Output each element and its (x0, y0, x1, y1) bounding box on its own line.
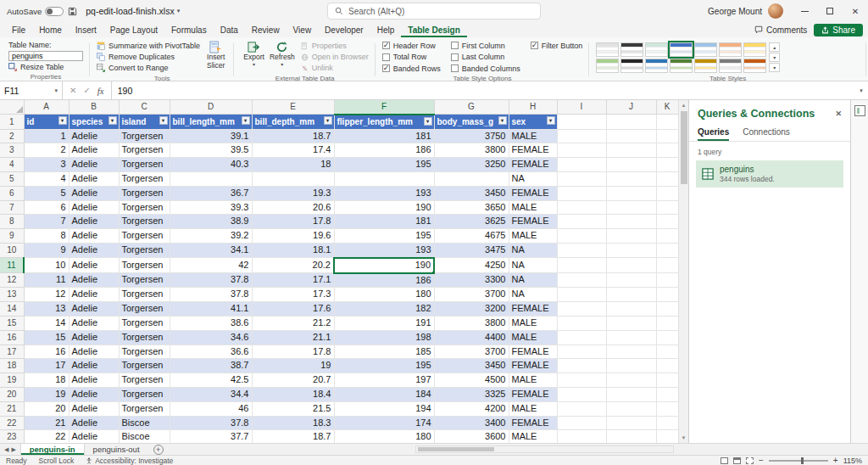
grid-cell[interactable]: Adelie (69, 387, 119, 401)
grid-cell[interactable] (557, 330, 606, 345)
refresh-button[interactable]: Refresh ▾ (270, 41, 295, 68)
checkbox-box[interactable] (451, 64, 459, 72)
grid-cell[interactable] (656, 302, 678, 317)
grid-cell[interactable]: Torgersen (119, 171, 170, 186)
grid-cell[interactable] (557, 316, 606, 330)
grid-cell[interactable]: 5 (24, 186, 69, 200)
sheet-tab-penguins-in[interactable]: penguins-in (20, 444, 85, 455)
grid-cell[interactable]: 3250 (434, 158, 509, 172)
ribbon-tab-help[interactable]: Help (370, 25, 402, 37)
insert-function-icon[interactable]: fx (97, 86, 104, 96)
row-header-2[interactable]: 2 (0, 129, 24, 143)
checkbox-header-row[interactable]: Header Row (382, 41, 441, 50)
grid-cell[interactable]: 174 (334, 416, 434, 430)
grid-cell[interactable]: Adelie (69, 215, 119, 229)
grid-cell[interactable]: MALE (509, 430, 557, 443)
grid-cell[interactable]: 37.8 (170, 288, 252, 302)
grid-cell[interactable] (656, 330, 678, 345)
grid-cell[interactable]: 180 (334, 288, 434, 302)
grid-cell[interactable]: 17 (24, 359, 69, 373)
grid-cell[interactable] (557, 359, 606, 373)
grid-cell[interactable]: Adelie (69, 330, 119, 345)
zoom-out-button[interactable]: − (759, 456, 764, 465)
grid-cell[interactable]: MALE (509, 401, 557, 416)
grid-cell[interactable]: Torgersen (119, 158, 170, 172)
grid-cell[interactable] (656, 215, 678, 229)
row-header-10[interactable]: 10 (0, 243, 24, 257)
grid-cell[interactable]: MALE (509, 129, 557, 143)
grid-cell[interactable] (656, 158, 678, 172)
minimize-button[interactable] (792, 0, 817, 22)
grid-cell[interactable] (606, 359, 656, 373)
table-style-thumbnail[interactable] (596, 42, 619, 57)
grid-cell[interactable]: Adelie (69, 430, 119, 443)
checkbox-first-column[interactable]: First Column (451, 41, 520, 50)
row-header-8[interactable]: 8 (0, 215, 24, 229)
grid-cell[interactable]: 3200 (434, 302, 509, 317)
grid-cell[interactable] (606, 143, 656, 158)
grid-cell[interactable]: 3450 (434, 186, 509, 200)
task-pane-icon[interactable] (854, 105, 865, 116)
ribbon-tab-view[interactable]: View (287, 25, 319, 37)
autosave-switch[interactable] (45, 7, 64, 16)
grid-cell[interactable]: 42 (170, 258, 252, 273)
grid-cell[interactable]: 3 (24, 158, 69, 172)
row-header-6[interactable]: 6 (0, 186, 24, 200)
table-style-thumbnail[interactable] (694, 42, 717, 57)
column-header-C[interactable]: C (119, 100, 170, 115)
grid-cell[interactable]: Torgersen (119, 401, 170, 416)
grid-cell[interactable] (606, 215, 656, 229)
grid-cell[interactable]: 41.1 (170, 302, 252, 317)
grid-cell[interactable] (656, 373, 678, 388)
search-input[interactable]: Search (Alt+Q) (327, 3, 541, 20)
grid-cell[interactable]: 22 (24, 430, 69, 443)
grid-cell[interactable]: FEMALE (509, 143, 557, 158)
grid-cell[interactable]: Torgersen (119, 215, 170, 229)
grid-cell[interactable] (656, 359, 678, 373)
grid-cell[interactable]: 197 (334, 373, 434, 388)
grid-cell[interactable]: MALE (509, 373, 557, 388)
grid-cell[interactable] (557, 143, 606, 158)
grid-cell[interactable]: 36.7 (170, 186, 252, 200)
grid-cell[interactable] (606, 345, 656, 359)
grid-cell[interactable] (557, 158, 606, 172)
grid-cell[interactable]: 36.6 (170, 345, 252, 359)
grid-cell[interactable]: Adelie (69, 359, 119, 373)
grid-cell[interactable]: Adelie (69, 243, 119, 257)
grid-cell[interactable]: 18.7 (252, 430, 334, 443)
grid-cell[interactable]: Adelie (69, 186, 119, 200)
grid-cell[interactable]: MALE (509, 229, 557, 244)
row-header-20[interactable]: 20 (0, 387, 24, 401)
grid-cell[interactable]: FEMALE (509, 215, 557, 229)
remove-duplicates-button[interactable]: Remove Duplicates (97, 52, 200, 62)
grid-cell[interactable] (557, 215, 606, 229)
grid-cell[interactable] (606, 373, 656, 388)
grid-cell[interactable] (656, 430, 678, 443)
grid-cell[interactable]: FEMALE (509, 387, 557, 401)
grid-cell[interactable]: 190 (334, 258, 434, 273)
checkbox-box[interactable] (382, 64, 390, 72)
grid-cell[interactable]: NA (509, 171, 557, 186)
grid-cell[interactable]: 185 (334, 345, 434, 359)
grid-cell[interactable]: Torgersen (119, 186, 170, 200)
resize-table-button[interactable]: Resize Table (8, 63, 83, 71)
checkbox-box[interactable] (451, 53, 459, 61)
scroll-down-icon[interactable]: ▼ (679, 433, 688, 443)
grid-cell[interactable] (656, 288, 678, 302)
table-column-header-island[interactable]: island▾ (119, 115, 170, 129)
row-header-15[interactable]: 15 (0, 316, 24, 330)
grid-cell[interactable]: 39.2 (170, 229, 252, 244)
grid-cell[interactable]: 15 (24, 330, 69, 345)
grid-cell[interactable] (656, 229, 678, 244)
grid-cell[interactable]: 18.7 (252, 129, 334, 143)
horizontal-scrollbar[interactable] (415, 445, 674, 453)
grid-cell[interactable]: 12 (24, 288, 69, 302)
grid-cell[interactable]: 3650 (434, 200, 509, 215)
grid-cell[interactable]: Adelie (69, 229, 119, 244)
grid-cell[interactable]: Adelie (69, 401, 119, 416)
grid-cell[interactable]: 3800 (434, 316, 509, 330)
grid-cell[interactable] (557, 171, 606, 186)
grid-cell[interactable]: 38.6 (170, 316, 252, 330)
grid-cell[interactable]: 40.3 (170, 158, 252, 172)
grid-cell[interactable]: 9 (24, 243, 69, 257)
